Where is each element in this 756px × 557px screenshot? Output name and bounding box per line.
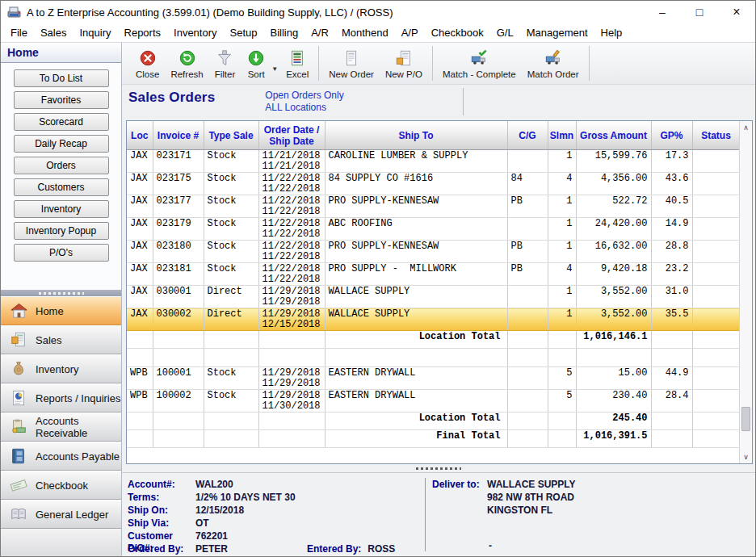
menu-item-sales[interactable]: Sales	[34, 24, 74, 41]
menu-bar: FileSalesInquiryReportsInventorySetupBil…	[1, 23, 755, 43]
cg-cell: PB	[507, 263, 548, 286]
quick-button-scorecard[interactable]: Scorecard	[14, 113, 109, 131]
sidebar-item-accounts-receivable[interactable]: Accounts Receivable	[1, 413, 121, 442]
scrollbar-thumb[interactable]	[741, 407, 750, 431]
toolbar-button-label: Sort	[248, 69, 265, 79]
empty-cell	[127, 413, 153, 430]
order-row[interactable]: WPB100001Stock11/29/201811/29/2018EASTER…	[127, 367, 740, 390]
menu-item-monthend[interactable]: Monthend	[335, 24, 395, 41]
menu-item-management[interactable]: Management	[520, 24, 594, 41]
scroll-down-icon[interactable]: ∨	[740, 450, 752, 463]
sidebar-item-accounts-payable[interactable]: Accounts Payable	[1, 442, 121, 471]
title-bar[interactable]: A to Z Enterprise Accounting (3.599.01) …	[1, 1, 755, 23]
column-header-ship-to[interactable]: Ship To	[325, 121, 507, 150]
menu-item-a-p[interactable]: A/P	[395, 24, 425, 41]
ship-to-cell: ABC ROOFING	[325, 218, 507, 241]
ship-to-cell: PRO SUPPLY-KENNESAW	[325, 241, 507, 263]
detail-splitter[interactable]	[122, 464, 755, 472]
sort-dropdown-arrow-icon[interactable]: ▼	[271, 54, 280, 73]
column-header-status[interactable]: Status	[692, 121, 740, 150]
slmn-cell: 5	[548, 390, 576, 413]
filter-button[interactable]: Filter	[209, 43, 242, 84]
sidebar-item-sales[interactable]: Sales	[1, 325, 121, 354]
column-header-gp[interactable]: GP%	[651, 121, 692, 150]
order-row[interactable]: JAX023181Stock11/22/201811/22/2018PRO SU…	[127, 263, 740, 286]
dates-cell: 11/22/201811/22/2018	[258, 263, 325, 286]
order-row[interactable]: JAX023179Stock11/22/201811/22/2018ABC RO…	[127, 218, 740, 241]
match-complete-button[interactable]: Match - Complete	[437, 43, 522, 84]
new-p-o-button[interactable]: New P/O	[380, 43, 428, 84]
minimize-button[interactable]: –	[644, 1, 681, 23]
orders-table: LocInvoice #Type SaleOrder Date /Ship Da…	[127, 121, 741, 449]
loc-cell: JAX	[127, 218, 153, 241]
order-row[interactable]: WPB100002Stock11/29/201811/30/2018EASTER…	[127, 390, 740, 413]
quick-button-to-do-list[interactable]: To Do List	[14, 69, 109, 87]
sidebar-item-general-ledger[interactable]: General Ledger	[1, 500, 121, 529]
vertical-scrollbar[interactable]: ∧ ∨	[739, 121, 752, 463]
menu-item-help[interactable]: Help	[594, 24, 629, 41]
column-header-order-date[interactable]: Order Date /Ship Date	[258, 121, 325, 150]
quick-button-p-o-s[interactable]: P/O's	[14, 244, 109, 262]
order-row[interactable]: JAX030001Direct11/29/201811/29/2018WALLA…	[127, 286, 740, 308]
column-header-gross-amount[interactable]: Gross Amount	[576, 121, 651, 150]
column-header-slmn[interactable]: Slmn	[548, 121, 576, 150]
column-header-loc[interactable]: Loc	[127, 121, 153, 150]
sidebar-splitter[interactable]	[1, 290, 121, 296]
detail-fields: Account#:WAL200Terms:1/2% 10 DAYS NET 30…	[128, 479, 425, 556]
menu-item-reports[interactable]: Reports	[118, 24, 168, 41]
sidebar-item-checkbook[interactable]: Checkbook	[1, 471, 121, 500]
quick-button-customers[interactable]: Customers	[14, 178, 109, 196]
column-header-invoice[interactable]: Invoice #	[153, 121, 204, 150]
quick-button-daily-recap[interactable]: Daily Recap	[14, 135, 109, 153]
sidebar-item-reports-inquiries[interactable]: Reports / Inquiries	[1, 383, 121, 413]
order-row[interactable]: JAX023171Stock11/21/201811/21/2018CAROLI…	[127, 150, 740, 173]
quick-button-favorites[interactable]: Favorites	[14, 91, 109, 109]
gp-cell: 35.5	[651, 308, 692, 331]
loc-cell: WPB	[127, 367, 153, 390]
sort-button[interactable]: Sort	[241, 43, 271, 84]
sidebar-item-home[interactable]: Home	[1, 296, 121, 325]
deliver-to-address-line: 982 NW 8TH ROAD	[487, 492, 752, 505]
order-row[interactable]: JAX023180Stock11/22/201811/22/2018PRO SU…	[127, 241, 740, 263]
new-order-button[interactable]: New Order	[323, 43, 380, 84]
gross-amount-cell: 522.72	[576, 195, 651, 218]
toolbar-button-label: Match Order	[527, 69, 579, 79]
quick-button-inventory-popup[interactable]: Inventory Popup	[14, 222, 109, 240]
column-header-c-g[interactable]: C/G	[507, 121, 548, 150]
order-row[interactable]: JAX023177Stock11/22/201811/22/2018PRO SU…	[127, 195, 740, 218]
menu-item-inventory[interactable]: Inventory	[167, 24, 223, 41]
quick-button-orders[interactable]: Orders	[14, 157, 109, 174]
order-row[interactable]: JAX030002Direct11/29/201812/15/2018WALLA…	[127, 308, 740, 331]
menu-item-file[interactable]: File	[4, 24, 34, 41]
column-header-type-sale[interactable]: Type Sale	[204, 121, 258, 150]
close-window-button[interactable]: ×	[718, 1, 755, 23]
gross-amount-cell: 15,599.76	[576, 150, 651, 173]
invoice-cell: 030001	[153, 286, 204, 308]
sidebar-item-label: Checkbook	[36, 480, 88, 492]
slmn-cell: 4	[548, 263, 576, 286]
quick-button-inventory[interactable]: Inventory	[14, 200, 109, 218]
menu-item-g-l[interactable]: G/L	[490, 24, 520, 41]
close-button[interactable]: Close	[130, 43, 165, 84]
open-orders-filter-link[interactable]: Open Orders Only	[265, 90, 343, 102]
excel-button[interactable]: Excel	[280, 43, 314, 84]
menu-item-checkbook[interactable]: Checkbook	[425, 24, 490, 41]
header-divider	[463, 88, 464, 115]
all-locations-filter-link[interactable]: ALL Locations	[265, 102, 343, 114]
scroll-up-icon[interactable]: ∧	[740, 121, 752, 135]
window-title: A to Z Enterprise Accounting (3.599.01) …	[27, 6, 644, 19]
refresh-button[interactable]: Refresh	[165, 43, 208, 84]
deliver-to-name: WALLACE SUPPLY	[487, 479, 576, 492]
ship-to-cell: PRO SUPPLY-KENNESAW	[325, 195, 507, 218]
match-order-button[interactable]: Match Order	[522, 43, 585, 84]
sidebar-item-inventory[interactable]: Inventory	[1, 354, 121, 383]
menu-item-a-r[interactable]: A/R	[304, 24, 335, 41]
maximize-button[interactable]: □	[681, 1, 718, 23]
menu-item-inquiry[interactable]: Inquiry	[73, 24, 117, 41]
dates-cell: 11/22/201811/22/2018	[258, 173, 325, 195]
order-row[interactable]: JAX023175Stock11/22/201811/22/201884 SUP…	[127, 173, 740, 195]
type-sale-cell: Direct	[204, 308, 258, 331]
menu-item-billing[interactable]: Billing	[264, 24, 305, 41]
menu-item-setup[interactable]: Setup	[224, 24, 264, 41]
loc-cell: JAX	[127, 286, 153, 308]
